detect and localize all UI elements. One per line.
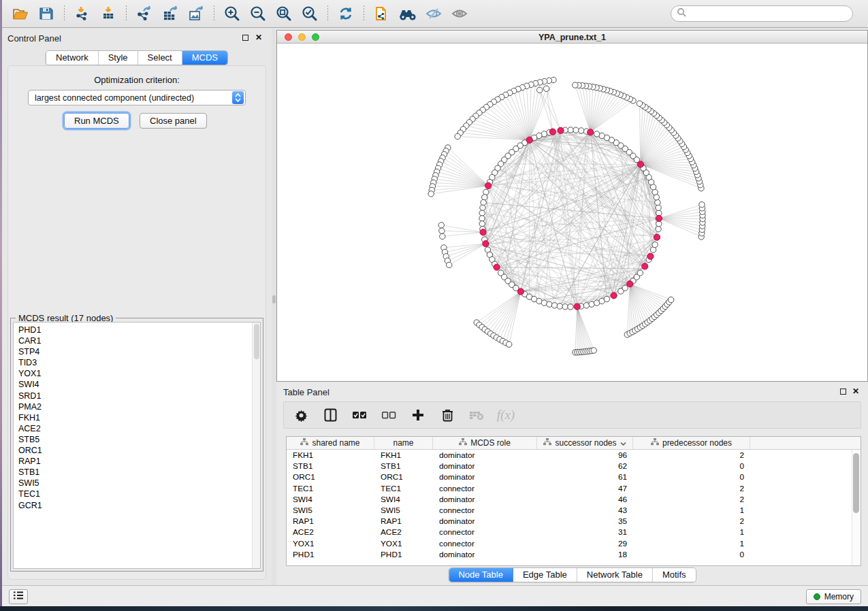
mcds-result-item[interactable]: RAP1 xyxy=(18,456,260,467)
table-row[interactable]: RAP1RAP1dominator352 xyxy=(287,516,861,527)
close-icon[interactable]: ✕ xyxy=(255,34,262,41)
column-header-shared-name[interactable]: shared name xyxy=(287,437,374,449)
table-row[interactable]: TEC1TEC1connector472 xyxy=(287,483,861,494)
import-table-button[interactable] xyxy=(95,3,121,24)
graph-node[interactable] xyxy=(656,205,661,210)
open-file-button[interactable] xyxy=(7,3,33,24)
tab-mcds[interactable]: MCDS xyxy=(182,51,227,65)
graph-mcds-hub-node[interactable] xyxy=(588,129,594,135)
deselect-all-button[interactable] xyxy=(381,407,396,423)
graph-leaf-node[interactable] xyxy=(428,191,434,197)
graph-mcds-hub-node[interactable] xyxy=(526,137,532,143)
zoom-out-button[interactable] xyxy=(245,3,271,24)
graph-mcds-hub-node[interactable] xyxy=(485,182,492,188)
table-mode-button[interactable] xyxy=(293,407,308,423)
table-row[interactable]: SWI4SWI4dominator462 xyxy=(287,494,861,505)
mcds-result-item[interactable]: PHD1 xyxy=(18,325,260,335)
graph-node[interactable] xyxy=(481,199,486,205)
graph-leaf-node[interactable] xyxy=(446,262,451,267)
find-button[interactable] xyxy=(395,3,421,24)
graph-node[interactable] xyxy=(482,195,487,200)
hide-graphics-details-button[interactable] xyxy=(421,3,447,24)
column-header-name[interactable]: name xyxy=(374,437,433,449)
column-header-successor-nodes[interactable]: successor nodes xyxy=(537,437,633,449)
table-row[interactable]: STB1STB1dominator620 xyxy=(287,461,861,472)
network-from-table-button[interactable] xyxy=(369,3,395,24)
add-column-button[interactable] xyxy=(411,407,425,423)
save-session-button[interactable] xyxy=(33,3,59,24)
show-graphics-details-button[interactable] xyxy=(447,3,472,24)
graph-mcds-hub-node[interactable] xyxy=(480,229,486,235)
mcds-result-item[interactable]: GCR1 xyxy=(18,500,260,511)
graph-node[interactable] xyxy=(637,270,643,276)
table-row[interactable]: ACE2ACE2connector311 xyxy=(287,527,861,538)
function-builder-button[interactable]: f(x) xyxy=(498,407,513,423)
refresh-button[interactable] xyxy=(333,3,359,24)
graph-node[interactable] xyxy=(557,303,562,309)
graph-leaf-node[interactable] xyxy=(699,202,705,208)
tab-node-table[interactable]: Node Table xyxy=(449,568,513,582)
graph-leaf-node[interactable] xyxy=(591,348,596,353)
export-image-button[interactable] xyxy=(183,3,209,24)
graph-node[interactable] xyxy=(583,303,589,308)
graph-node[interactable] xyxy=(604,296,609,301)
graph-node[interactable] xyxy=(568,304,573,310)
memory-button[interactable]: Memory xyxy=(806,589,861,604)
panel-splitter[interactable] xyxy=(272,29,276,585)
graph-mcds-hub-node[interactable] xyxy=(517,288,524,295)
graph-mcds-hub-node[interactable] xyxy=(637,161,643,167)
splitter-handle[interactable] xyxy=(272,295,276,303)
graph-mcds-hub-node[interactable] xyxy=(483,241,489,247)
graph-mcds-hub-node[interactable] xyxy=(574,303,580,310)
float-window-icon[interactable] xyxy=(242,35,248,41)
scrollbar-thumb[interactable] xyxy=(853,453,859,513)
tab-style[interactable]: Style xyxy=(99,51,138,65)
network-canvas[interactable] xyxy=(277,44,867,381)
optimization-criterion-select[interactable]: largest connected component (undirected) xyxy=(28,90,246,105)
mcds-result-item[interactable]: TID3 xyxy=(18,357,260,368)
network-window-titlebar[interactable]: YPA_prune.txt_1 xyxy=(277,31,867,44)
graph-mcds-hub-node[interactable] xyxy=(654,234,660,240)
graph-leaf-node[interactable] xyxy=(537,87,543,93)
graph-node[interactable] xyxy=(480,205,485,210)
mcds-result-item[interactable]: FKH1 xyxy=(18,412,260,423)
table-row[interactable]: PHD1PHD1dominator180 xyxy=(287,549,861,560)
float-window-icon[interactable] xyxy=(840,389,846,395)
column-header-MCDS-role[interactable]: MCDS role xyxy=(433,437,537,449)
mcds-result-list[interactable]: PHD1CAR1STP4TID3YOX1SWI4SRD1PMA2FKH1ACE2… xyxy=(13,322,261,569)
graph-mcds-hub-node[interactable] xyxy=(627,281,633,287)
table-row[interactable]: FKH1FKH1dominator962 xyxy=(287,450,861,461)
graph-node[interactable] xyxy=(551,303,557,308)
graph-leaf-node[interactable] xyxy=(573,82,578,88)
mcds-result-item[interactable]: ACE2 xyxy=(18,423,260,434)
mcds-result-item[interactable]: STP4 xyxy=(18,346,260,357)
mcds-result-item[interactable]: SWI4 xyxy=(18,379,260,390)
table-vertical-scrollbar[interactable] xyxy=(852,450,861,565)
graph-mcds-hub-node[interactable] xyxy=(549,129,556,135)
table-row[interactable]: YOX1YOX1connector291 xyxy=(287,538,861,549)
mcds-result-item[interactable]: STB1 xyxy=(18,467,260,478)
mcds-result-item[interactable]: ORC1 xyxy=(18,445,260,456)
run-mcds-button[interactable]: Run MCDS xyxy=(64,113,129,129)
export-table-button[interactable] xyxy=(157,3,183,24)
graph-node[interactable] xyxy=(547,301,552,307)
graph-node[interactable] xyxy=(479,210,485,216)
graph-node[interactable] xyxy=(568,127,573,133)
graph-leaf-node[interactable] xyxy=(455,133,460,139)
graph-node[interactable] xyxy=(652,242,658,247)
zoom-selected-button[interactable] xyxy=(297,3,323,24)
task-history-button[interactable] xyxy=(9,589,28,604)
mcds-result-item[interactable]: SRD1 xyxy=(18,391,260,401)
graph-mcds-hub-node[interactable] xyxy=(494,264,500,270)
zoom-in-button[interactable] xyxy=(219,3,245,24)
delete-column-button[interactable] xyxy=(440,407,455,423)
tab-motifs[interactable]: Motifs xyxy=(653,568,696,582)
zoom-fit-button[interactable] xyxy=(271,3,297,24)
graph-leaf-node[interactable] xyxy=(543,86,549,91)
import-network-button[interactable] xyxy=(69,3,95,24)
tab-select[interactable]: Select xyxy=(138,51,182,65)
mcds-result-item[interactable]: SWI5 xyxy=(18,478,260,489)
graph-leaf-node[interactable] xyxy=(438,222,444,228)
export-network-button[interactable] xyxy=(131,3,157,24)
close-panel-button[interactable]: Close panel xyxy=(140,113,207,129)
